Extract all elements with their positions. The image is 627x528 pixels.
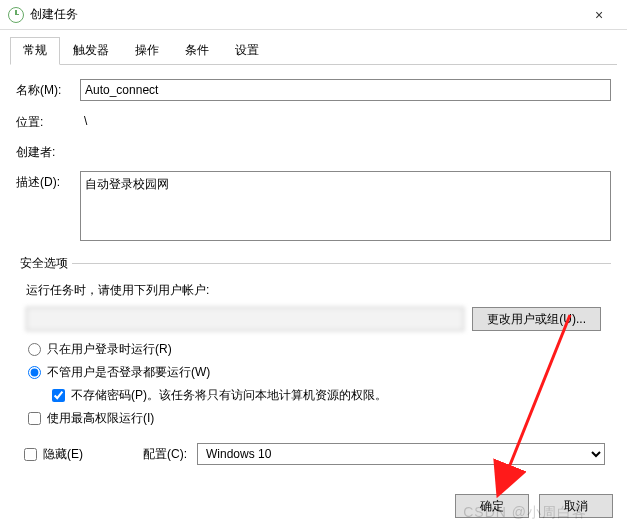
author-label: 创建者: [16, 141, 80, 161]
hidden-checkbox[interactable]: 隐藏(E) [22, 446, 83, 463]
location-label: 位置: [16, 111, 80, 131]
cancel-button[interactable]: 取消 [539, 494, 613, 518]
name-input[interactable] [80, 79, 611, 101]
close-button[interactable]: × [579, 0, 619, 30]
radio-any-label: 不管用户是否登录都要运行(W) [47, 364, 210, 381]
account-field [26, 307, 464, 331]
name-label: 名称(M): [16, 79, 80, 99]
clock-icon [8, 7, 24, 23]
author-value [80, 141, 611, 146]
no-store-password[interactable]: 不存储密码(P)。该任务将只有访问本地计算机资源的权限。 [26, 387, 601, 404]
radio-logged-on-label: 只在用户登录时运行(R) [47, 341, 172, 358]
tab-actions[interactable]: 操作 [122, 37, 172, 65]
description-label: 描述(D): [16, 171, 80, 191]
configure-select[interactable]: Windows 10 [197, 443, 605, 465]
location-value: \ [80, 111, 611, 130]
ok-button[interactable]: 确定 [455, 494, 529, 518]
no-store-password-label: 不存储密码(P)。该任务将只有访问本地计算机资源的权限。 [71, 387, 387, 404]
hidden-checkbox-input[interactable] [24, 448, 37, 461]
configure-label: 配置(C): [143, 446, 187, 463]
window-title: 创建任务 [30, 6, 78, 23]
no-store-password-input[interactable] [52, 389, 65, 402]
security-legend: 安全选项 [16, 255, 72, 272]
tab-bar: 常规 触发器 操作 条件 设置 [10, 36, 617, 65]
tab-general[interactable]: 常规 [10, 37, 60, 65]
tab-conditions[interactable]: 条件 [172, 37, 222, 65]
titlebar: 创建任务 × [0, 0, 627, 30]
description-input[interactable] [80, 171, 611, 241]
hidden-label: 隐藏(E) [43, 446, 83, 463]
change-user-button[interactable]: 更改用户或组(U)... [472, 307, 601, 331]
tab-triggers[interactable]: 触发器 [60, 37, 122, 65]
highest-privileges-label: 使用最高权限运行(I) [47, 410, 154, 427]
radio-logged-on-input[interactable] [28, 343, 41, 356]
dialog-footer: 确定 取消 [455, 494, 613, 518]
security-options: 安全选项 运行任务时，请使用下列用户帐户: 更改用户或组(U)... 只在用户登… [16, 255, 611, 433]
radio-any[interactable]: 不管用户是否登录都要运行(W) [26, 364, 601, 381]
run-as-label: 运行任务时，请使用下列用户帐户: [26, 282, 601, 299]
tab-settings[interactable]: 设置 [222, 37, 272, 65]
highest-privileges[interactable]: 使用最高权限运行(I) [26, 410, 601, 427]
highest-privileges-input[interactable] [28, 412, 41, 425]
radio-any-input[interactable] [28, 366, 41, 379]
radio-logged-on[interactable]: 只在用户登录时运行(R) [26, 341, 601, 358]
